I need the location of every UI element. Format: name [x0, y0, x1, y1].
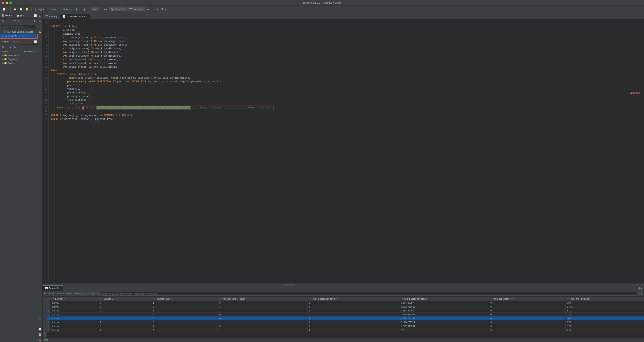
search-input[interactable]: [1, 25, 36, 29]
more-button[interactable]: ⋯ ▾: [153, 7, 159, 11]
sync-icon[interactable]: ↻: [17, 19, 21, 23]
results-filter-input[interactable]: [101, 292, 638, 295]
tree-item-dbeaver[interactable]: ▶ 🗄 DBeaver Sample Databas: [0, 30, 38, 34]
project-maximize-icon[interactable]: ⬜: [34, 40, 37, 43]
project-scripts[interactable]: ▶ 📁 Scripts: [0, 61, 38, 65]
tree-item-duckdb[interactable]: ▶ 🦆 DuckDB jdbc:duckdb::: [0, 34, 38, 39]
rollback-button[interactable]: ↩ Rollback: [60, 7, 73, 11]
cell-mintrip-1: 0: [489, 301, 566, 305]
code-lines[interactable]: SELECT partition, VendorID, payment_type…: [49, 20, 644, 283]
results-left-tab[interactable]: Text: [42, 296, 47, 337]
vert-explain-icon[interactable]: ℹ: [39, 35, 41, 40]
lock-button[interactable]: 🔒: [82, 7, 87, 11]
cloud-button[interactable]: ☁ ▾: [146, 7, 152, 11]
filter-icon[interactable]: ☰: [5, 19, 9, 23]
project-minimize-icon[interactable]: —: [31, 40, 34, 43]
col-header-max-pass[interactable]: 123 max_passenger_count ▾: [307, 297, 399, 301]
project-bookmarks[interactable]: ▶ 📁 Bookmarks: [0, 53, 38, 57]
new-button[interactable]: 📄 ▾: [2, 7, 9, 11]
table-row[interactable]: dummy 2 2 1 6 1.8908737613 0 24.61: [50, 305, 644, 309]
table-row[interactable]: dummy 1 3 0 6 1.2691741137 0 20.5: [50, 316, 644, 320]
proj-tab[interactable]: 📁 Proj: [14, 13, 26, 18]
col-header-max-trip[interactable]: 123 max_trip_distance ▾: [566, 297, 644, 301]
duckdb-connection[interactable]: 🦆 DuckDB ▾: [109, 7, 126, 12]
vert-copy-icon[interactable]: 📋: [38, 327, 42, 331]
sql-dropdown[interactable]: ▾: [43, 8, 44, 11]
project-plus-icon[interactable]: +: [9, 45, 12, 49]
min-trip-sort-icon[interactable]: ▾: [512, 298, 513, 300]
scroll-thumb[interactable]: [283, 284, 295, 285]
project-tab-close[interactable]: ✕: [17, 41, 18, 43]
project-minus-icon[interactable]: −: [5, 45, 8, 49]
close-button[interactable]: [2, 2, 4, 4]
script-tab-close[interactable]: ✕: [86, 15, 88, 18]
data-tab[interactable]: 🗄 Data ✕: [0, 13, 14, 18]
vert-settings-icon[interactable]: ⚙: [38, 316, 42, 321]
code-editor[interactable]: 12345 678910 1112131415 1617181920 21222…: [42, 20, 644, 283]
results-tab-close[interactable]: ✕: [59, 287, 60, 289]
col-header-min-trip[interactable]: 123 min_trip_distance ▾: [489, 297, 566, 301]
results-tab-1[interactable]: 📊 Results 1 ✕: [42, 285, 63, 291]
partition-sort-icon[interactable]: ▾: [64, 298, 65, 300]
link-icon[interactable]: ⬡: [13, 19, 17, 23]
sql-button[interactable]: 🗄️ SQL ▾: [33, 7, 46, 11]
save-button[interactable]: 💾: [18, 7, 24, 11]
vendorid-sort-icon[interactable]: ▾: [114, 298, 115, 300]
commit-button[interactable]: ✓ Commit: [46, 7, 59, 11]
table-row[interactable]: dummy 2 4 1 6 2.25 0 0.99: [50, 328, 644, 332]
results-prev-icon[interactable]: ◀: [638, 286, 640, 289]
payment-type-sort-icon[interactable]: ▾: [171, 298, 172, 300]
vert-format-icon[interactable]: ≡: [39, 25, 41, 29]
search-toolbar-button[interactable]: 🔍 ▾: [160, 7, 167, 11]
project-more-icon[interactable]: ≫: [12, 45, 17, 49]
project-settings-icon[interactable]: ⚙: [1, 45, 5, 49]
transaction-button[interactable]: ⚡ ▾: [74, 7, 81, 11]
collapse-icon[interactable]: ↑: [10, 19, 13, 23]
vert-run-icon[interactable]: ▶: [39, 14, 41, 18]
new-conn-icon[interactable]: ⊕: [1, 19, 5, 23]
scripts-arrow: ▶: [2, 62, 3, 64]
table-row[interactable]: dummy 1 1 0 9 1.204786597 0 30.6: [50, 301, 644, 305]
content-area: 🗄 Data ✕ 📁 Proj — ⬜ ⊕ ☰ ↑ ⬡ ↻: [0, 13, 644, 342]
results-more-icon[interactable]: ▾: [641, 292, 642, 295]
editor-scrollbar[interactable]: ▲ ▼: [42, 283, 644, 285]
col-header-partition[interactable]: abc partition ▾: [50, 297, 98, 301]
col-header-avg-pass[interactable]: 123 avg_passenger_count ▾: [399, 297, 489, 301]
minimize-button[interactable]: [6, 2, 8, 4]
col-header-payment-type[interactable]: 123 payment_type ▾: [151, 297, 218, 301]
maximize-panel-icon[interactable]: ⬜: [34, 14, 37, 17]
filter-toggle-icon[interactable]: ▼: [32, 19, 37, 23]
vert-collapse-icon[interactable]: ⊖: [39, 19, 42, 24]
vert-save-icon[interactable]: 💾: [38, 332, 42, 337]
col-header-min-pass[interactable]: 123 min_passenger_count ▾: [218, 297, 308, 301]
results-next-icon[interactable]: ▶: [640, 286, 642, 289]
results-expand-icon[interactable]: ⤢: [638, 292, 640, 295]
new-dropdown[interactable]: ▾: [6, 8, 8, 11]
min-pass-sort-icon[interactable]: ▾: [246, 298, 247, 300]
more-icon: ⋯: [154, 8, 156, 11]
traffic-lights[interactable]: [2, 2, 12, 4]
max-trip-sort-icon[interactable]: ▾: [590, 298, 591, 300]
vert-ellipsis-icon[interactable]: ⋯: [38, 322, 42, 326]
vert-comment-icon[interactable]: ✍: [38, 30, 42, 34]
results-tab-buttons: ◀ ▶: [638, 286, 644, 289]
row-num-7: 7: [47, 324, 50, 328]
memory-tab[interactable]: 🗃️ memory: [42, 13, 60, 19]
script-tab[interactable]: 📝 *<DuckDB> Script ✕: [60, 13, 90, 19]
git-button[interactable]: 🔀: [24, 7, 30, 11]
minimize-panel-icon[interactable]: —: [31, 14, 34, 17]
table-row[interactable]: dummy 2 3 1 6 2.1714285714 0 0.99: [50, 320, 644, 324]
project-tab-gen[interactable]: Project - Gen ✕: [0, 39, 20, 45]
project-diagrams[interactable]: ▶ 📁 Diagrams: [0, 57, 38, 61]
avg-pass-sort-icon[interactable]: ▾: [427, 298, 428, 300]
memory-connection[interactable]: 🗃️ memory ▾: [127, 7, 144, 12]
run-button[interactable]: ▶ ▾: [102, 7, 108, 11]
open-button[interactable]: 📂: [12, 7, 18, 11]
table-row[interactable]: dummy 1 2 0 7 1.3349323562 0 124.1: [50, 313, 644, 316]
table-row[interactable]: dummy 2 1 1 6 1.880344003 0 51.11: [50, 309, 644, 313]
col-header-vendorid[interactable]: 123 VendorID ▾: [98, 297, 151, 301]
table-row[interactable]: dummy 1 4 0 5 1.2217311234 0 17.8: [50, 324, 644, 328]
maximize-button[interactable]: [9, 2, 12, 4]
max-pass-sort-icon[interactable]: ▾: [336, 298, 337, 300]
data-tab-close[interactable]: ✕: [10, 15, 12, 17]
